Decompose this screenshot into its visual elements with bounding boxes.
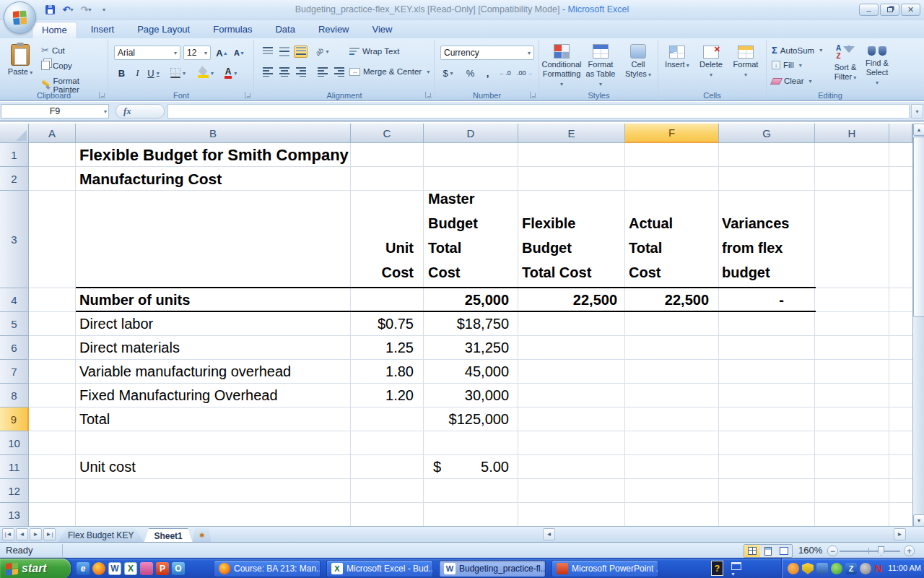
borders-button[interactable] xyxy=(170,66,186,80)
tab-view[interactable]: View xyxy=(363,22,402,38)
insert-worksheet-tab[interactable]: ✱ xyxy=(193,528,212,543)
row-header-10[interactable]: 10 xyxy=(0,431,29,455)
column-header-c[interactable]: C xyxy=(351,124,424,143)
tab-home[interactable]: Home xyxy=(32,22,77,38)
row-header-6[interactable]: 6 xyxy=(0,336,29,360)
find-select-button[interactable]: Find & Select xyxy=(862,43,892,89)
copy-button[interactable]: Copy xyxy=(39,60,74,71)
vertical-scroll-thumb[interactable] xyxy=(913,137,924,317)
fill-color-button[interactable] xyxy=(197,66,214,80)
tab-formulas[interactable]: Formulas xyxy=(204,22,261,38)
hide-icons-chevron[interactable]: ▼ xyxy=(731,571,736,577)
cell-c7[interactable]: 1.80 xyxy=(351,360,414,384)
page-layout-view-button[interactable] xyxy=(760,545,776,557)
expand-formula-bar-button[interactable]: ▾ xyxy=(911,104,923,118)
increase-decimal-button[interactable]: ←.0 xyxy=(497,66,513,80)
norton-tray-icon[interactable]: N xyxy=(873,563,884,574)
row-header-8[interactable]: 8 xyxy=(0,384,29,407)
scroll-down-button[interactable]: ▼ xyxy=(913,514,924,527)
decrease-decimal-button[interactable]: .00→ xyxy=(516,66,533,80)
cell-b11[interactable]: Unit cost xyxy=(79,455,346,479)
orientation-button[interactable]: ab xyxy=(315,46,329,58)
undo-button[interactable]: ↶▾ xyxy=(60,3,76,17)
cell-c8[interactable]: 1.20 xyxy=(351,384,414,407)
row-header-9[interactable]: 9 xyxy=(0,407,29,431)
insert-cells-button[interactable]: Insert xyxy=(661,44,693,71)
task-button-excel[interactable]: X Microsoft Excel - Bud... xyxy=(326,560,433,577)
zoom-in-button[interactable]: + xyxy=(904,545,915,556)
tab-data[interactable]: Data xyxy=(266,22,304,38)
alignment-dialog-launcher[interactable] xyxy=(425,92,432,98)
start-button[interactable]: start xyxy=(0,558,71,578)
row-header-13[interactable]: 13 xyxy=(0,503,29,527)
number-dialog-launcher[interactable] xyxy=(530,92,536,98)
cell-b9[interactable]: Total xyxy=(79,407,346,431)
messenger-tray-icon[interactable] xyxy=(788,563,799,574)
name-box[interactable]: F9▾ xyxy=(1,104,109,118)
zonealarm-tray-icon[interactable]: Z xyxy=(845,563,857,574)
redo-button[interactable]: ↷▾ xyxy=(78,3,94,17)
cell-f3[interactable]: Actual Total Cost xyxy=(629,191,719,288)
zoom-slider-thumb[interactable] xyxy=(878,546,884,556)
last-sheet-button[interactable]: ►| xyxy=(43,528,56,540)
cell-d5[interactable]: $18,750 xyxy=(424,312,509,336)
cell-d11-value[interactable]: 5.00 xyxy=(462,455,509,479)
formula-input[interactable] xyxy=(167,104,910,118)
row-header-2[interactable]: 2 xyxy=(0,167,29,191)
excel-icon[interactable]: X xyxy=(124,562,137,575)
cell-b5[interactable]: Direct labor xyxy=(79,312,346,336)
sort-filter-button[interactable]: AZ Sort & Filter xyxy=(830,43,860,83)
align-top-button[interactable] xyxy=(261,46,274,58)
column-header-e[interactable]: E xyxy=(518,124,625,143)
cell-d9[interactable]: $125,000 xyxy=(424,407,509,431)
cell-e3[interactable]: Flexible Budget Total Cost xyxy=(522,191,625,288)
cell-c3[interactable]: Unit Cost xyxy=(351,191,414,288)
fill-button[interactable]: ↓Fill xyxy=(770,60,804,70)
cell-b6[interactable]: Direct materials xyxy=(79,336,346,360)
format-as-table-button[interactable]: Format as Table xyxy=(582,43,619,90)
clear-button[interactable]: Clear xyxy=(770,76,814,86)
cell-c6[interactable]: 1.25 xyxy=(351,336,414,360)
previous-sheet-button[interactable]: ◄ xyxy=(16,528,28,540)
help-tray-icon[interactable]: ? xyxy=(711,561,723,576)
cell-e4[interactable]: 22,500 xyxy=(518,288,617,312)
column-header-d[interactable]: D xyxy=(424,124,518,143)
task-button-powerpoint[interactable]: Microsoft PowerPoint ... xyxy=(552,560,658,577)
align-bottom-button[interactable] xyxy=(294,46,308,58)
percent-style-button[interactable]: % xyxy=(463,66,478,80)
accounting-format-button[interactable]: $ xyxy=(440,66,456,80)
cell-styles-button[interactable]: Cell Styles xyxy=(621,43,655,80)
cell-b7[interactable]: Variable manufacturing overhead xyxy=(79,360,351,384)
align-right-button[interactable] xyxy=(294,66,308,78)
customize-qat-button[interactable]: ▾ xyxy=(96,3,112,17)
font-dialog-launcher[interactable] xyxy=(245,92,251,98)
grow-font-button[interactable]: A▲ xyxy=(214,46,230,60)
window-tray-icon[interactable] xyxy=(731,562,741,570)
column-header-h[interactable]: H xyxy=(815,124,889,143)
underline-button[interactable]: U xyxy=(146,66,161,80)
restore-button[interactable] xyxy=(880,4,899,16)
align-center-button[interactable] xyxy=(277,66,291,78)
font-color-button[interactable]: A xyxy=(223,66,238,80)
antivirus-tray-icon[interactable] xyxy=(831,563,842,574)
outlook-icon[interactable]: O xyxy=(172,562,185,575)
cell-f4[interactable]: 22,500 xyxy=(625,288,709,312)
cell-g4[interactable]: - xyxy=(719,288,784,312)
word-icon[interactable]: W xyxy=(108,562,121,575)
cell-b4[interactable]: Number of units xyxy=(79,288,346,312)
sheet-tab-flex-budget-key[interactable]: Flex Budget KEY xyxy=(58,528,144,543)
number-format-select[interactable]: Currency▾ xyxy=(440,46,534,60)
shield-tray-icon[interactable] xyxy=(802,563,814,574)
wrap-text-button[interactable]: Wrap Text xyxy=(347,46,401,56)
tab-page-layout[interactable]: Page Layout xyxy=(128,22,199,38)
vertical-scrollbar[interactable]: ▲ ▼ xyxy=(912,124,924,527)
next-sheet-button[interactable]: ► xyxy=(30,528,42,540)
task-button-word[interactable]: W Budgeting_practice-fl... xyxy=(439,560,546,577)
tab-review[interactable]: Review xyxy=(309,22,359,38)
cell-d6[interactable]: 31,250 xyxy=(424,336,509,360)
clipboard-dialog-launcher[interactable] xyxy=(99,92,105,98)
task-button-firefox[interactable]: Course: BA 213: Man... xyxy=(214,560,321,577)
cell-d7[interactable]: 45,000 xyxy=(424,360,509,384)
row-header-4[interactable]: 4 xyxy=(0,288,29,312)
volume-tray-icon[interactable] xyxy=(860,563,871,574)
